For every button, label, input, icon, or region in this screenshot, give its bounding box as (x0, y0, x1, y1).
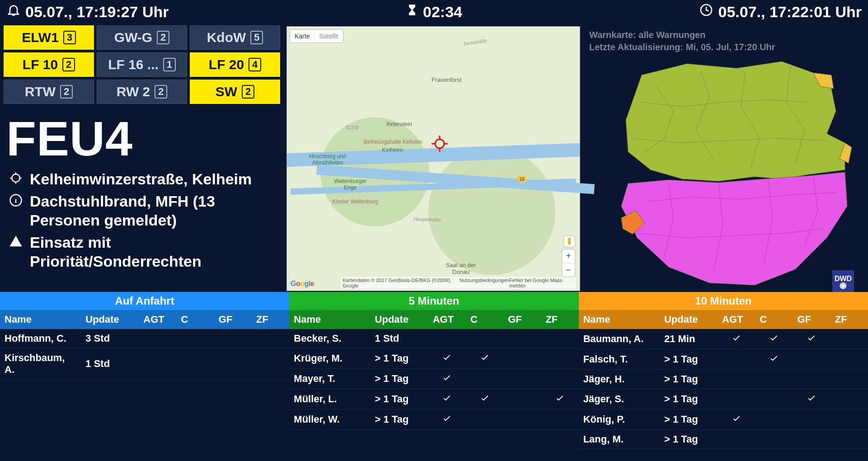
th-update: Update (81, 310, 139, 329)
elapsed-time: 02:34 (423, 3, 462, 21)
responder-agt (139, 329, 176, 348)
map-tab-map[interactable]: Karte (290, 30, 314, 42)
warning-map: DWD ◉ (601, 57, 854, 292)
responder-name: Kirschbaum, A. (0, 348, 81, 380)
vehicle-name: RW 2 (117, 84, 150, 99)
vehicle-name: KdoW (207, 30, 246, 45)
responder-zf (830, 370, 868, 389)
map-label-hirschberg: Hirschberg und Altmühlleiten (300, 153, 355, 166)
responder-name: Becker, S. (289, 329, 370, 348)
map-label-kloster: Kloster Weltenburg (332, 198, 378, 205)
responder-gf (793, 370, 830, 389)
check-icon (442, 372, 452, 385)
vehicle-count: 2 (155, 85, 167, 99)
responder-name: Baumann, A. (579, 329, 660, 349)
responder-zf (541, 329, 578, 348)
vehicle-count: 3 (63, 31, 76, 44)
map-label-weltenburg-enge: Weltenburger Enge (328, 178, 373, 191)
responder-c (466, 409, 503, 430)
responder-c (755, 370, 793, 389)
zoom-in-button[interactable]: + (562, 249, 575, 263)
th-name: Name (289, 310, 370, 329)
responder-tables: Auf Anfahrt Name Update AGT C GF ZF Hoff… (0, 292, 868, 449)
responder-gf (503, 389, 541, 409)
responder-update: > 1 Tag (371, 389, 428, 409)
map-target-marker (431, 135, 449, 153)
responder-gf (214, 329, 252, 348)
vehicle-count: 1 (163, 58, 176, 71)
address-text: Kelheimwinzerstraße, Kelheim (30, 169, 286, 189)
vehicle-badge: GW-G2 (97, 25, 187, 50)
responder-c (755, 349, 793, 370)
responder-agt (718, 430, 755, 449)
responder-c (177, 348, 214, 380)
responder-c (755, 430, 793, 449)
svg-point-1 (12, 174, 20, 182)
th-zf: ZF (830, 310, 868, 329)
map[interactable]: Karte Satellit Frauenforst Jurastraße Ih… (286, 26, 580, 291)
map-terms[interactable]: Nutzungsbedingungen (460, 278, 509, 288)
priority-text: Einsatz mit Priorität/Sonderrechten (30, 233, 286, 271)
th-zf: ZF (252, 310, 289, 329)
responder-zf (541, 409, 578, 430)
responder-update: 3 Std (81, 329, 139, 348)
responder-zf (830, 409, 868, 430)
vehicle-name: LF 20 (209, 57, 244, 72)
svg-rect-5 (568, 240, 571, 245)
map-attribution: Kartendaten © 2017 GeoBasis-DE/BKG (©200… (343, 278, 460, 288)
th-name: Name (579, 310, 660, 329)
map-report[interactable]: Fehler bei Google Maps melden (509, 278, 575, 288)
th-agt: AGT (718, 310, 755, 329)
vehicle-badge: RTW2 (4, 80, 94, 104)
map-label-b2230: B2230 (346, 125, 359, 130)
warning-updated: Letzte Aktualisierung: Mi, 05. Jul, 17:2… (589, 41, 866, 53)
streetview-pegman[interactable] (563, 235, 575, 247)
map-type-switch[interactable]: Karte Satellit (290, 29, 343, 43)
svg-point-3 (435, 139, 444, 148)
check-icon (480, 352, 490, 365)
swirl-icon: ◉ (840, 283, 847, 288)
check-icon (442, 352, 452, 365)
table-row: Jäger, S.> 1 Tag (579, 389, 868, 409)
svg-point-4 (568, 238, 571, 240)
responder-name: Krüger, M. (289, 348, 370, 369)
address-line: Kelheimwinzerstraße, Kelheim (8, 169, 286, 189)
check-icon (769, 353, 779, 366)
responder-c (466, 348, 503, 369)
bell-icon (6, 3, 21, 21)
responder-agt (428, 409, 466, 430)
vehicle-count: 2 (242, 85, 254, 99)
clock-icon (699, 3, 713, 21)
th-c: C (466, 310, 503, 329)
check-icon (480, 393, 490, 405)
responder-c (755, 329, 793, 349)
clock-block: 05.07., 17:22:01 Uhr (699, 3, 862, 21)
table-row: König, P.> 1 Tag (579, 409, 868, 430)
map-label-hauptstrasse: Hauptstraße (413, 216, 441, 222)
table-row: Müller, W.> 1 Tag (289, 409, 578, 430)
table-row: Mayer, T.> 1 Tag (289, 369, 578, 389)
responder-update: > 1 Tag (660, 389, 718, 409)
description-text: Dachstuhlbrand, MFH (13 Personen gemelde… (30, 192, 286, 230)
description-line: Dachstuhlbrand, MFH (13 Personen gemelde… (8, 192, 286, 230)
th-name: Name (0, 310, 81, 329)
responder-update: > 1 Tag (660, 409, 718, 430)
responder-update: 1 Std (81, 348, 139, 380)
responder-agt (428, 369, 466, 389)
clock-time: 05.07., 17:22:01 Uhr (718, 3, 862, 21)
elapsed-block: 02:34 (406, 3, 462, 21)
map-attribution-bar: Kartendaten © 2017 GeoBasis-DE/BKG (©200… (341, 277, 576, 289)
th-gf: GF (503, 310, 541, 329)
table-row: Hoffmann, C.3 Std (0, 329, 289, 348)
responder-c (755, 389, 793, 409)
map-tab-satellite[interactable]: Satellit (314, 30, 343, 42)
vehicle-count: 2 (62, 58, 75, 71)
map-zoom[interactable]: + − (562, 249, 575, 277)
zoom-out-button[interactable]: − (562, 263, 575, 277)
vehicle-badge: LF 102 (4, 52, 94, 77)
check-icon (555, 393, 565, 405)
warning-panel: Warnkarte: alle Warnungen Letzte Aktuali… (580, 25, 868, 292)
responder-gf (503, 369, 541, 389)
map-label-befreiungshalle: Befreiungshalle Kelheim (364, 139, 422, 145)
crosshair-icon (8, 171, 23, 185)
